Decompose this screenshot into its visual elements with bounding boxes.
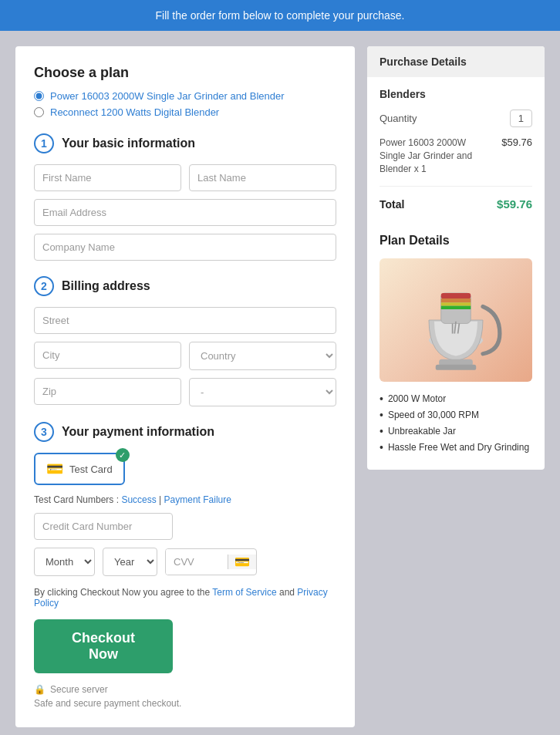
check-badge: ✓	[116, 448, 130, 462]
plan-radio-2[interactable]	[34, 107, 44, 117]
company-name-input[interactable]	[34, 234, 336, 261]
banner-text: Fill the order form below to complete yo…	[156, 9, 405, 22]
feature-item: Hassle Free Wet and Dry Grinding	[380, 441, 532, 453]
total-row: Total $59.76	[380, 197, 532, 211]
city-input[interactable]	[34, 342, 181, 369]
plan-radio-1[interactable]	[34, 91, 44, 101]
blender-image-container	[380, 258, 532, 382]
success-link[interactable]: Success	[121, 494, 156, 505]
blenders-title: Blenders	[380, 88, 532, 100]
purchase-details-body: Blenders Quantity 1 Power 16003 2000W Si…	[367, 77, 545, 221]
top-banner: Fill the order form below to complete yo…	[0, 0, 560, 31]
step-number-1: 1	[34, 133, 54, 153]
svg-rect-7	[441, 306, 471, 309]
purchase-details-header: Purchase Details	[367, 46, 545, 77]
plan-option-1[interactable]: Power 16003 2000W Single Jar Grinder and…	[34, 90, 336, 102]
product-row: Power 16003 2000W Single Jar Grinder and…	[380, 137, 532, 187]
left-panel: Choose a plan Power 16003 2000W Single J…	[15, 46, 355, 727]
card-option-box[interactable]: 💳 Test Card ✓	[34, 453, 125, 485]
terms-text: By clicking Checkout Now you agree to th…	[34, 587, 336, 609]
country-select[interactable]: Country United States United Kingdom Can…	[189, 342, 336, 370]
card-option-label: Test Card	[69, 464, 113, 475]
quantity-row: Quantity 1	[380, 110, 532, 127]
failure-link[interactable]: Payment Failure	[164, 494, 231, 505]
payment-section-title: 3 Your payment information	[34, 422, 336, 442]
email-input[interactable]	[34, 199, 336, 226]
checkout-button[interactable]: Checkout Now	[34, 619, 173, 673]
lock-icon: 🔒	[34, 684, 46, 695]
plan-details-section: Plan Details	[367, 221, 545, 470]
billing-title: Billing address	[62, 279, 150, 293]
svg-rect-6	[441, 303, 471, 306]
expiry-cvv-row: Month 01 02 03 04 05 06 07 08 09 10 11 1…	[34, 548, 336, 576]
month-select[interactable]: Month 01 02 03 04 05 06 07 08 09 10 11 1…	[34, 548, 95, 576]
cvv-input[interactable]	[166, 549, 228, 575]
plan-option-2[interactable]: Reconnect 1200 Watts Digital Blender	[34, 106, 336, 118]
street-input[interactable]	[34, 307, 336, 334]
step-number-2: 2	[34, 276, 54, 296]
feature-list: 2000 W MotorSpeed of 30,000 RPMUnbreakab…	[380, 393, 532, 453]
credit-card-icon: 💳	[46, 460, 63, 477]
feature-item: Speed of 30,000 RPM	[380, 409, 532, 421]
cvv-field: 💳	[165, 548, 257, 575]
cc-number-input[interactable]	[34, 513, 173, 540]
last-name-input[interactable]	[189, 164, 336, 191]
total-price: $59.76	[497, 197, 532, 211]
payment-title: Your payment information	[62, 425, 214, 439]
blender-illustration	[410, 266, 502, 374]
choose-plan-section: Choose a plan Power 16003 2000W Single J…	[34, 65, 336, 118]
basic-info-section-title: 1 Your basic information	[34, 133, 336, 153]
plan-label-2: Reconnect 1200 Watts Digital Blender	[50, 106, 219, 118]
zip-input[interactable]	[34, 378, 181, 405]
billing-section-title: 2 Billing address	[34, 276, 336, 296]
choose-plan-title: Choose a plan	[34, 65, 336, 81]
total-label: Total	[380, 198, 404, 211]
quantity-label: Quantity	[380, 113, 417, 124]
cvv-card-icon: 💳	[228, 555, 256, 569]
feature-item: 2000 W Motor	[380, 393, 532, 405]
product-price: $59.76	[501, 137, 532, 148]
cc-number-field	[34, 513, 336, 540]
right-panel: Purchase Details Blenders Quantity 1 Pow…	[367, 46, 545, 470]
svg-rect-5	[441, 298, 471, 302]
basic-info-title: Your basic information	[62, 137, 195, 150]
svg-rect-4	[441, 293, 471, 298]
terms-link[interactable]: Term of Service	[212, 587, 276, 598]
step-number-3: 3	[34, 422, 54, 442]
state-select[interactable]: - CA NY TX	[189, 378, 336, 406]
secure-sub-text: Safe and secure payment checkout.	[34, 698, 336, 709]
year-select[interactable]: Year 2024 2025 2026 2027 2028	[103, 548, 157, 576]
test-card-info: Test Card Numbers : Success | Payment Fa…	[34, 494, 336, 505]
product-name: Power 16003 2000W Single Jar Grinder and…	[380, 137, 480, 175]
quantity-value: 1	[510, 110, 532, 127]
plan-details-title: Plan Details	[380, 234, 532, 248]
feature-item: Unbreakable Jar	[380, 425, 532, 437]
svg-rect-2	[436, 365, 477, 370]
first-name-input[interactable]	[34, 164, 181, 191]
plan-label-1: Power 16003 2000W Single Jar Grinder and…	[50, 90, 285, 102]
secure-note: 🔒 Secure server	[34, 684, 336, 695]
